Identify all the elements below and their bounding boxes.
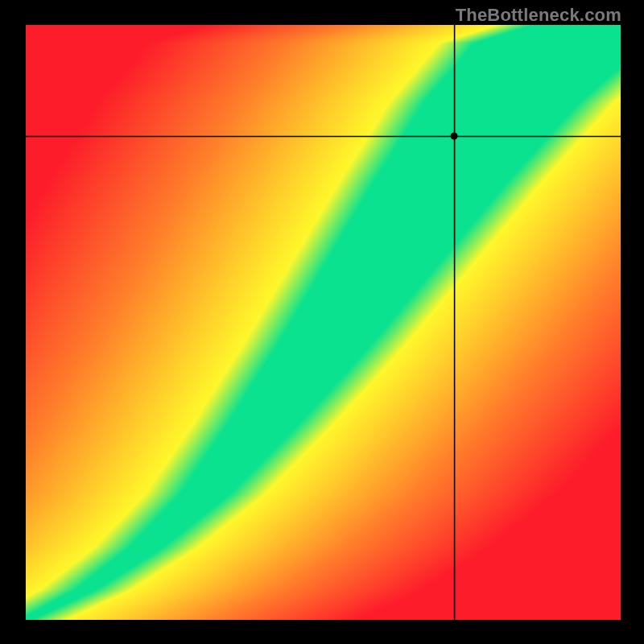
chart-container: { "watermark": "TheBottleneck.com", "col… [0,0,644,644]
watermark-text: TheBottleneck.com [456,5,621,26]
bottleneck-heatmap [26,25,621,620]
